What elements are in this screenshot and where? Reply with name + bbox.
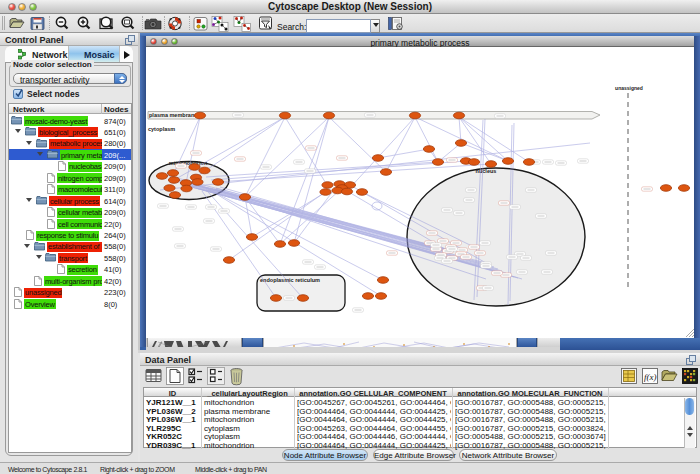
- svg-text:mitochondrion: mitochondrion: [169, 160, 208, 166]
- svg-text:endoplasmic reticulum: endoplasmic reticulum: [260, 277, 320, 283]
- svg-text:unassigned: unassigned: [615, 85, 643, 91]
- svg-text:f(x): f(x): [644, 372, 657, 382]
- svg-text:plasma membrane: plasma membrane: [149, 112, 197, 118]
- svg-text:cytoplasm: cytoplasm: [148, 126, 175, 132]
- svg-text:nucleus: nucleus: [476, 168, 497, 174]
